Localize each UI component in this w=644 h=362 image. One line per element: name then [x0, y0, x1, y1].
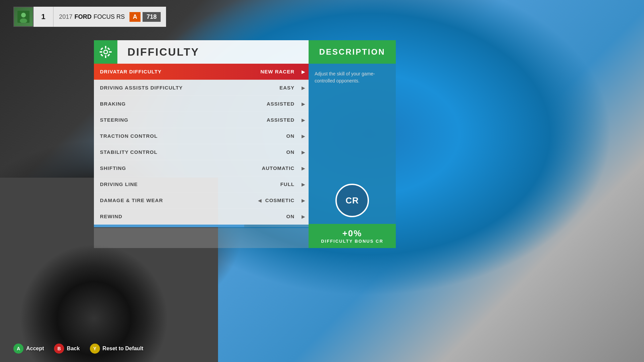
- shifting-arrow: ▶: [298, 160, 309, 176]
- svg-point-4: [104, 51, 107, 53]
- traction-control-value: ON: [286, 133, 298, 139]
- car-rating: 718: [143, 12, 161, 22]
- driving-assists-row[interactable]: DRIVING ASSISTS DIFFICULTY EASY ▶: [94, 80, 309, 96]
- stability-control-value: ON: [286, 149, 298, 155]
- svg-rect-5: [105, 46, 106, 49]
- reset-label: Reset to Default: [103, 346, 144, 352]
- a-button[interactable]: A: [13, 344, 23, 354]
- svg-rect-11: [100, 54, 103, 56]
- damage-tire-wear-arrow-right: ▶: [298, 192, 309, 208]
- driving-assists-label: DRIVING ASSISTS DIFFICULTY: [94, 85, 279, 90]
- rewind-row[interactable]: REWIND ON ▶: [94, 208, 309, 225]
- bonus-percent: +0%: [342, 228, 362, 239]
- damage-tire-wear-row[interactable]: DAMAGE & TIRE WEAR ◀ COSMETIC ▶: [94, 192, 309, 208]
- driving-assists-value: EASY: [279, 85, 298, 90]
- bottom-area: [94, 228, 309, 248]
- y-button-label: Y: [93, 346, 96, 351]
- reset-control[interactable]: Y Reset to Default: [90, 344, 144, 354]
- car-year: 2017: [59, 13, 72, 20]
- cr-label: CR: [345, 195, 359, 206]
- left-panel: DIFFICULTY DRIVATAR DIFFICULTY NEW RACER…: [94, 40, 309, 248]
- player-avatar: [13, 7, 34, 27]
- description-title: DESCRIPTION: [319, 47, 385, 57]
- traction-control-label: TRACTION CONTROL: [94, 133, 286, 139]
- bonus-bar: +0% DIFFICULTY BONUS CR: [309, 224, 396, 248]
- description-text: Adjust the skill of your game-controlled…: [315, 71, 375, 83]
- shifting-label: SHIFTING: [94, 165, 262, 171]
- svg-rect-12: [107, 54, 110, 56]
- drivatar-label: DRIVATAR DIFFICULTY: [94, 69, 261, 74]
- b-button-label: B: [57, 346, 61, 351]
- damage-tire-wear-arrow-left[interactable]: ◀: [255, 192, 265, 208]
- cr-circle: CR: [335, 184, 369, 217]
- svg-rect-10: [107, 47, 110, 50]
- braking-value: ASSISTED: [267, 101, 298, 107]
- damage-tire-wear-value: COSMETIC: [265, 197, 298, 203]
- description-header: DESCRIPTION: [309, 40, 396, 64]
- scroll-bar: [94, 225, 244, 227]
- traction-control-row[interactable]: TRACTION CONTROL ON ▶: [94, 128, 309, 144]
- top-bar: 1 2017 FORD FOCUS RS A 718: [13, 7, 166, 27]
- braking-row[interactable]: BRAKING ASSISTED ▶: [94, 96, 309, 112]
- bottom-controls: A Accept B Back Y Reset to Default: [13, 344, 143, 354]
- title-bar: DIFFICULTY: [94, 40, 309, 64]
- description-body: Adjust the skill of your game-controlled…: [309, 64, 396, 177]
- driving-line-label: DRIVING LINE: [94, 181, 280, 187]
- shifting-row[interactable]: SHIFTING AUTOMATIC ▶: [94, 160, 309, 176]
- main-panel: DIFFICULTY DRIVATAR DIFFICULTY NEW RACER…: [94, 40, 396, 248]
- shifting-value: AUTOMATIC: [262, 165, 298, 171]
- ui-container: 1 2017 FORD FOCUS RS A 718: [0, 0, 644, 362]
- svg-point-1: [21, 13, 26, 17]
- driving-assists-arrow: ▶: [298, 80, 309, 96]
- driving-line-row[interactable]: DRIVING LINE FULL ▶: [94, 176, 309, 192]
- rewind-value: ON: [286, 214, 298, 219]
- damage-tire-wear-label: DAMAGE & TIRE WEAR: [94, 197, 255, 203]
- stability-control-arrow: ▶: [298, 144, 309, 160]
- steering-arrow: ▶: [298, 112, 309, 128]
- page-title: DIFFICULTY: [127, 46, 199, 58]
- braking-arrow: ▶: [298, 96, 309, 112]
- car-class-badge: A: [129, 12, 141, 22]
- gear-icon: [94, 40, 117, 64]
- drivatar-arrow-right: ▶: [298, 64, 309, 80]
- car-model: FOCUS RS: [94, 13, 125, 20]
- traction-control-arrow: ▶: [298, 128, 309, 144]
- steering-row[interactable]: STEERING ASSISTED ▶: [94, 112, 309, 128]
- menu-container: DRIVATAR DIFFICULTY NEW RACER ▶ DRIVING …: [94, 64, 309, 225]
- stability-control-label: STABILITY CONTROL: [94, 149, 286, 155]
- back-control[interactable]: B Back: [54, 344, 79, 354]
- cr-circle-area: CR: [309, 177, 396, 224]
- rewind-arrow: ▶: [298, 208, 309, 225]
- car-info: 2017 FORD FOCUS RS A 718: [54, 7, 166, 27]
- svg-rect-9: [100, 47, 103, 50]
- right-panel: DESCRIPTION Adjust the skill of your gam…: [309, 40, 396, 248]
- rewind-label: REWIND: [94, 214, 286, 219]
- b-button[interactable]: B: [54, 344, 64, 354]
- driving-line-arrow: ▶: [298, 176, 309, 192]
- svg-rect-7: [100, 51, 102, 53]
- svg-rect-8: [109, 51, 112, 53]
- drivatar-value: NEW RACER: [261, 69, 298, 74]
- scroll-area: [94, 225, 309, 227]
- driving-line-value: FULL: [280, 181, 298, 187]
- steering-value: ASSISTED: [267, 117, 298, 123]
- bonus-label: DIFFICULTY BONUS CR: [321, 239, 383, 244]
- accept-control[interactable]: A Accept: [13, 344, 44, 354]
- drivatar-difficulty-row[interactable]: DRIVATAR DIFFICULTY NEW RACER ▶: [94, 64, 309, 80]
- back-label: Back: [67, 346, 79, 352]
- title-text-wrap: DIFFICULTY: [117, 40, 309, 64]
- a-button-label: A: [17, 346, 20, 351]
- svg-rect-6: [105, 55, 106, 58]
- stability-control-row[interactable]: STABILITY CONTROL ON ▶: [94, 144, 309, 160]
- player-number: 1: [34, 7, 54, 27]
- y-button[interactable]: Y: [90, 344, 100, 354]
- accept-label: Accept: [26, 346, 44, 352]
- braking-label: BRAKING: [94, 101, 267, 107]
- steering-label: STEERING: [94, 117, 267, 123]
- car-brand: FORD: [74, 13, 92, 20]
